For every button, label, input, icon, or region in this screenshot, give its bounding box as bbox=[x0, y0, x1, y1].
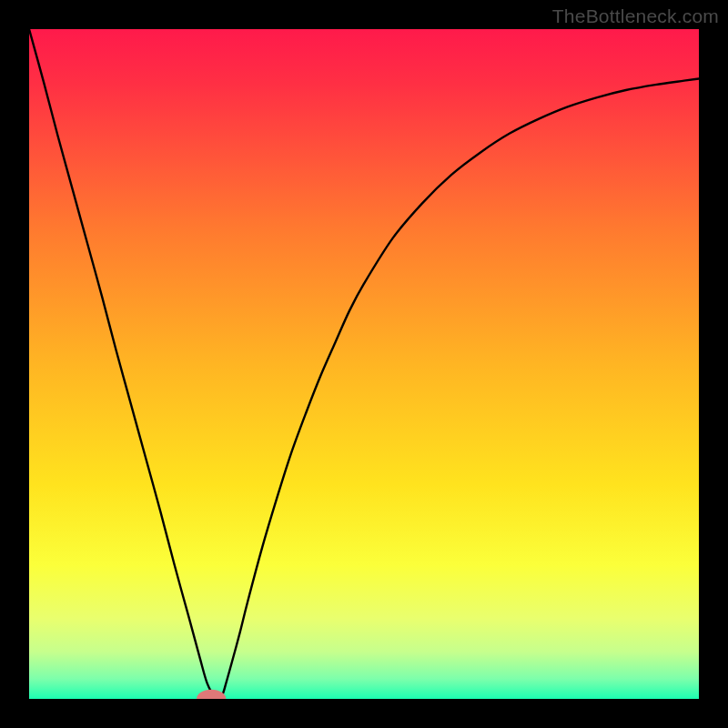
chart-frame: TheBottleneck.com bbox=[0, 0, 728, 728]
plot-svg bbox=[29, 29, 699, 699]
watermark-text: TheBottleneck.com bbox=[552, 5, 719, 27]
gradient-background bbox=[29, 29, 699, 699]
plot-area bbox=[29, 29, 699, 699]
